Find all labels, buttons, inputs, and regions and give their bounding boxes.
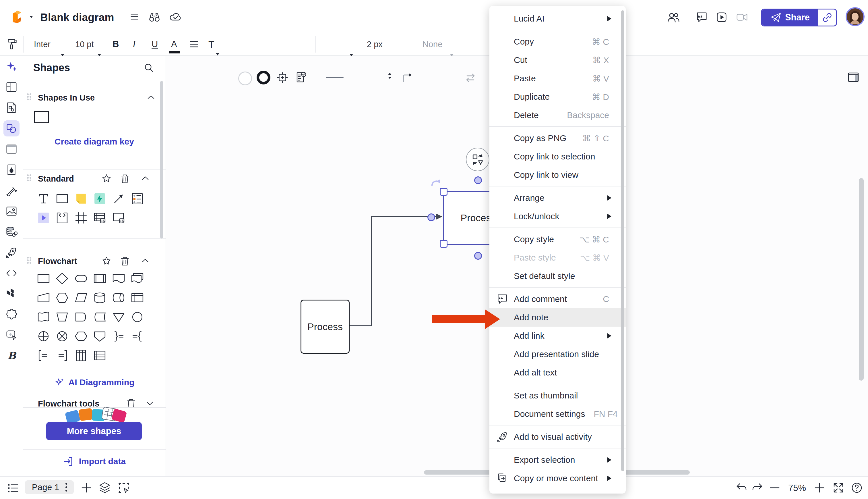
menu-item-document-settings[interactable]: Document settingsFN F4	[489, 405, 626, 423]
shape-off-page-connector[interactable]	[93, 329, 107, 343]
chevron-up-icon[interactable]	[140, 173, 150, 184]
shape-process[interactable]	[36, 271, 50, 285]
shape-data[interactable]	[74, 291, 88, 305]
line-style-caret-icon[interactable]	[350, 54, 353, 56]
swap-direction-icon[interactable]	[464, 71, 477, 84]
shape-connector[interactable]	[130, 310, 144, 324]
fit-frame-icon[interactable]	[276, 71, 289, 84]
rail-integrations-icon[interactable]	[3, 306, 20, 322]
shape-decision[interactable]	[55, 271, 69, 285]
menu-item-add-to-visual-activity[interactable]: Add to visual activity	[489, 428, 626, 446]
italic-button[interactable]: I	[133, 33, 136, 56]
help-icon[interactable]	[850, 481, 864, 495]
menu-item-paste-style[interactable]: Paste style⌥ ⌘ V	[489, 248, 626, 267]
page-list-icon[interactable]	[7, 482, 20, 495]
trash-icon[interactable]	[119, 256, 130, 267]
shape-column-table[interactable]	[74, 349, 88, 362]
add-page-icon[interactable]	[80, 481, 93, 495]
text-color-swatch[interactable]	[169, 51, 180, 53]
rotate-handle-icon[interactable]	[429, 176, 443, 189]
font-size-select[interactable]: 10 pt	[75, 33, 94, 56]
rail-terraform-icon[interactable]	[3, 286, 20, 302]
share-button[interactable]: Share	[762, 10, 818, 26]
zoom-level[interactable]: 75%	[788, 477, 806, 499]
menu-item-add-link[interactable]: Add link	[489, 327, 626, 345]
resize-handle-top-left[interactable]	[440, 188, 448, 196]
shape-rectangle[interactable]	[55, 192, 69, 205]
resize-handle-bottom-left[interactable]	[440, 240, 448, 248]
underline-button[interactable]: U	[152, 33, 158, 56]
shape-display[interactable]	[36, 310, 50, 324]
document-title[interactable]: Blank diagram	[40, 12, 114, 24]
search-icon[interactable]	[143, 62, 155, 74]
rail-rocket-icon[interactable]	[3, 244, 20, 260]
section-drag-handle[interactable]	[27, 93, 33, 102]
trash-icon[interactable]	[119, 173, 130, 184]
connection-point-bottom[interactable]	[474, 252, 482, 260]
shape-direct-access-storage[interactable]	[112, 291, 125, 305]
shape-manual-input[interactable]	[36, 291, 50, 305]
select-area-icon[interactable]	[117, 481, 130, 495]
star-icon[interactable]	[101, 173, 112, 184]
shape-multiple-documents[interactable]	[130, 271, 144, 285]
rail-data-linking-icon[interactable]	[3, 224, 20, 240]
panel-scrollbar[interactable]	[160, 81, 163, 239]
menu-item-copy[interactable]: Copy⌘ C	[489, 33, 626, 51]
fill-color-button[interactable]	[238, 72, 252, 85]
text-align-icon[interactable]	[188, 38, 200, 50]
menu-item-copy-link-to-view[interactable]: Copy link to view	[489, 166, 626, 184]
shape-text[interactable]	[36, 192, 50, 205]
more-shapes-button[interactable]: More shapes	[46, 422, 142, 440]
shape-delay[interactable]	[74, 310, 88, 324]
canvas-vertical-scrollbar[interactable]	[859, 178, 864, 381]
rail-layout-icon[interactable]	[3, 79, 20, 95]
menu-item-copy-as-png[interactable]: Copy as PNG⌘ ⇧ C	[489, 129, 626, 147]
zoom-out-icon[interactable]	[768, 481, 781, 495]
section-drag-handle[interactable]	[27, 257, 33, 266]
menu-item-copy-link-to-selection[interactable]: Copy link to selection	[489, 147, 626, 166]
shape-annotation-right[interactable]	[112, 329, 125, 343]
shape-arrow[interactable]	[112, 192, 125, 205]
rail-code-block-icon[interactable]	[3, 265, 20, 281]
star-icon[interactable]	[101, 256, 112, 267]
shape-or-junction[interactable]	[36, 329, 50, 343]
find-binoculars-icon[interactable]	[148, 10, 161, 24]
rail-document-shapes-icon[interactable]	[3, 100, 20, 116]
menu-item-paste[interactable]: Paste⌘ V	[489, 69, 626, 88]
shape-sticky-note[interactable]	[74, 192, 88, 205]
menu-item-export-selection[interactable]: Export selection	[489, 451, 626, 469]
connector-type-icon[interactable]	[401, 71, 414, 84]
format-painter-icon[interactable]	[6, 38, 18, 51]
font-size-caret-icon[interactable]	[98, 54, 101, 56]
shape-predefined-process[interactable]	[93, 271, 107, 285]
layers-icon[interactable]	[98, 481, 111, 495]
present-play-icon[interactable]	[715, 11, 728, 24]
copy-share-link-button[interactable]	[818, 10, 836, 26]
stroke-color-button[interactable]	[256, 71, 271, 84]
comments-icon[interactable]	[695, 11, 708, 24]
collaborators-icon[interactable]	[666, 10, 681, 24]
menu-item-add-comment[interactable]: Add commentC	[489, 290, 626, 308]
text-style-caret-icon[interactable]	[216, 53, 219, 56]
shape-annotation-left[interactable]	[130, 329, 144, 343]
chevron-up-icon[interactable]	[146, 92, 156, 102]
video-camera-icon[interactable]	[735, 11, 749, 24]
menu-item-copy-or-move-content[interactable]: Copy or move content	[489, 469, 626, 487]
undo-icon[interactable]	[735, 481, 749, 495]
chevron-up-icon[interactable]	[140, 256, 150, 266]
fullscreen-icon[interactable]	[832, 481, 845, 495]
shape-table-form[interactable]	[93, 211, 107, 224]
menu-item-arrange[interactable]: Arrange	[489, 189, 626, 207]
menu-item-add-alt-text[interactable]: Add alt text	[489, 363, 626, 382]
menu-item-add-presentation-slide[interactable]: Add presentation slide	[489, 345, 626, 363]
rail-ink-drop-icon[interactable]	[3, 162, 20, 178]
shape-document[interactable]	[112, 271, 125, 285]
context-menu-scrollbar[interactable]	[621, 10, 624, 471]
change-shape-button[interactable]	[466, 148, 489, 171]
rail-ai-sparkles-icon[interactable]	[3, 58, 20, 74]
line-endpoint-select[interactable]: None	[423, 33, 442, 56]
menu-item-lock-unlock[interactable]: Lock/unlock	[489, 207, 626, 226]
create-diagram-key-link[interactable]: Create diagram key	[23, 137, 166, 146]
shape-bracket-left[interactable]	[36, 349, 50, 362]
shape-legend[interactable]	[130, 192, 144, 205]
